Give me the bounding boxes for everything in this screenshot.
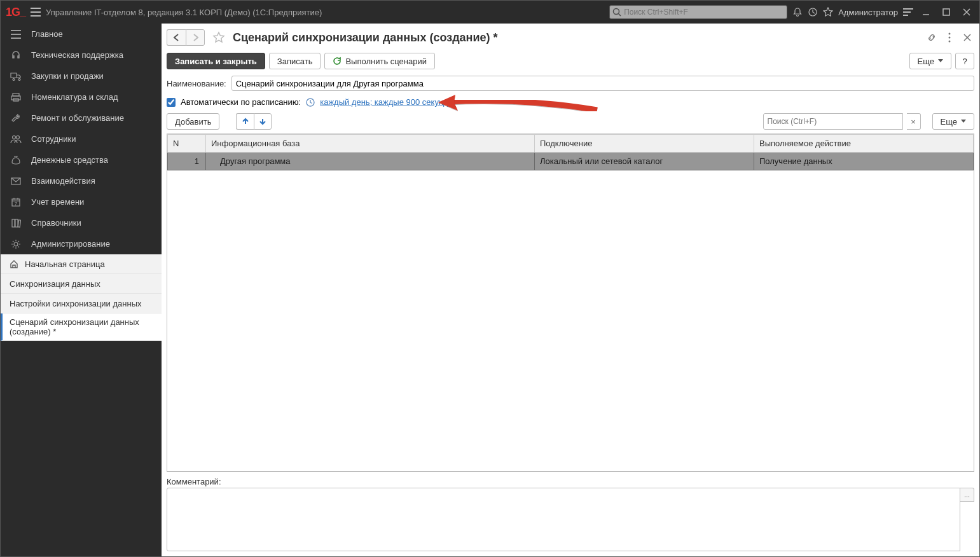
nav-home[interactable]: Начальная страница: [1, 254, 162, 274]
table-more-label: Еще: [941, 117, 957, 127]
sidebar-item-admin[interactable]: Администрирование: [1, 233, 162, 254]
help-button[interactable]: ?: [955, 53, 974, 69]
name-row: Наименование:: [167, 76, 974, 91]
table-more-button[interactable]: Еще: [932, 113, 974, 130]
back-button[interactable]: [167, 29, 186, 46]
global-search[interactable]: [609, 5, 787, 19]
refresh-icon: [333, 57, 342, 65]
settings-bars-icon[interactable]: [903, 8, 913, 17]
add-button[interactable]: Добавить: [167, 113, 219, 130]
headset-icon: [10, 50, 22, 60]
sidebar-item-refs[interactable]: Справочники: [1, 212, 162, 233]
sidebar-item-purchases[interactable]: Закупки и продажи: [1, 65, 162, 86]
page-header: Сценарий синхронизации данных (создание)…: [167, 27, 974, 48]
books-icon: [10, 218, 22, 228]
sidebar-item-label: Учет времени: [31, 197, 84, 207]
svg-point-7: [17, 135, 20, 139]
printer-icon: [10, 92, 22, 102]
history-icon[interactable]: [808, 7, 818, 17]
sidebar-item-support[interactable]: Техническая поддержка: [1, 45, 162, 65]
schedule-link[interactable]: каждый день; каждые 900 секунд: [320, 97, 448, 107]
svg-rect-2: [943, 9, 949, 15]
svg-rect-4: [11, 96, 20, 100]
table-row[interactable]: 1 Другая программа Локальный или сетевой…: [168, 153, 974, 170]
save-button[interactable]: Записать: [269, 53, 321, 69]
sidebar-main: Главное Техническая поддержка Закупки и …: [1, 24, 162, 254]
table-header-action[interactable]: Выполняемое действие: [754, 135, 974, 153]
table-header-n[interactable]: N: [168, 135, 206, 153]
table-header-row: N Информационная база Подключение Выполн…: [168, 135, 974, 153]
nav-sync-settings[interactable]: Настройки синхронизации данных: [1, 294, 162, 313]
chevron-down-icon: [938, 59, 943, 63]
sidebar-item-stock[interactable]: Номенклатура и склад: [1, 86, 162, 107]
close-tab-icon[interactable]: [960, 31, 974, 45]
sidebar-item-maintenance[interactable]: Ремонт и обслуживание: [1, 107, 162, 128]
sidebar-item-label: Техническая поддержка: [31, 50, 123, 60]
user-name[interactable]: Администратор: [838, 8, 898, 17]
sidebar-item-label: Денежные средства: [31, 155, 108, 165]
envelope-icon: [10, 177, 22, 185]
content: Сценарий синхронизации данных (создание)…: [162, 24, 979, 556]
hamburger-icon[interactable]: [31, 8, 41, 17]
maximize-icon[interactable]: [939, 8, 954, 16]
svg-point-6: [13, 135, 16, 139]
svg-point-15: [949, 33, 951, 35]
comment-label: Комментарий:: [167, 477, 974, 486]
svg-point-14: [14, 242, 18, 246]
table-empty-area[interactable]: [167, 170, 974, 471]
sidebar-nav: Начальная страница Синхронизация данных …: [1, 254, 162, 341]
name-label: Наименование:: [167, 79, 226, 88]
global-search-input[interactable]: [624, 8, 784, 17]
toolbar: Записать и закрыть Записать Выполнить сц…: [167, 53, 974, 69]
run-scenario-button[interactable]: Выполнить сценарий: [324, 53, 435, 69]
kebab-menu-icon[interactable]: [942, 31, 956, 45]
nav-scenario[interactable]: Сценарий синхронизации данных (создание)…: [1, 313, 162, 341]
svg-point-17: [949, 41, 951, 43]
minimize-icon[interactable]: [918, 8, 934, 16]
svg-rect-13: [18, 219, 21, 226]
app-logo: 1G_: [6, 6, 25, 19]
nav-item-label: Сценарий синхронизации данных (создание)…: [10, 317, 153, 336]
sidebar-item-employees[interactable]: Сотрудники: [1, 128, 162, 149]
more-button[interactable]: Еще: [909, 53, 951, 69]
more-label: Еще: [918, 57, 934, 66]
move-down-button[interactable]: [254, 113, 272, 130]
link-icon[interactable]: [925, 31, 939, 45]
cell-connection[interactable]: Локальный или сетевой каталог: [535, 153, 754, 170]
table-header-connection[interactable]: Подключение: [535, 135, 754, 153]
table-search-clear[interactable]: ×: [907, 113, 921, 130]
svg-text:7: 7: [15, 202, 17, 206]
move-up-button[interactable]: [236, 113, 254, 130]
nav-sync[interactable]: Синхронизация данных: [1, 274, 162, 294]
sidebar-item-interactions[interactable]: Взаимодействия: [1, 170, 162, 191]
cell-n[interactable]: 1: [168, 153, 206, 170]
comment-textarea[interactable]: [167, 488, 960, 551]
table-header-infobase[interactable]: Информационная база: [206, 135, 535, 153]
search-icon: [612, 8, 621, 17]
table-search-input[interactable]: [763, 113, 903, 130]
favorite-star-icon[interactable]: [212, 31, 225, 44]
name-input[interactable]: [231, 76, 974, 91]
sidebar-item-label: Главное: [31, 29, 63, 39]
comment-expand-button[interactable]: ...: [960, 488, 974, 502]
sidebar-item-label: Закупки и продажи: [31, 71, 104, 81]
star-icon[interactable]: [823, 7, 833, 17]
forward-button[interactable]: [186, 29, 205, 46]
sidebar-item-label: Взаимодействия: [31, 176, 95, 186]
table: N Информационная база Подключение Выполн…: [167, 134, 974, 472]
nav-item-label: Синхронизация данных: [10, 279, 100, 289]
sidebar-item-main[interactable]: Главное: [1, 24, 162, 45]
run-scenario-label: Выполнить сценарий: [345, 57, 427, 66]
cell-infobase[interactable]: Другая программа: [206, 153, 535, 170]
bell-icon[interactable]: [792, 7, 803, 17]
clock-icon: [306, 98, 315, 107]
svg-rect-12: [15, 219, 18, 227]
svg-point-0: [614, 9, 619, 15]
sidebar-item-time[interactable]: 7 Учет времени: [1, 191, 162, 212]
close-icon[interactable]: [959, 8, 974, 16]
auto-schedule-checkbox[interactable]: [167, 98, 176, 107]
cell-action[interactable]: Получение данных: [754, 153, 974, 170]
save-close-button[interactable]: Записать и закрыть: [167, 53, 265, 69]
auto-schedule-label: Автоматически по расписанию:: [181, 97, 301, 107]
sidebar-item-money[interactable]: Денежные средства: [1, 149, 162, 170]
